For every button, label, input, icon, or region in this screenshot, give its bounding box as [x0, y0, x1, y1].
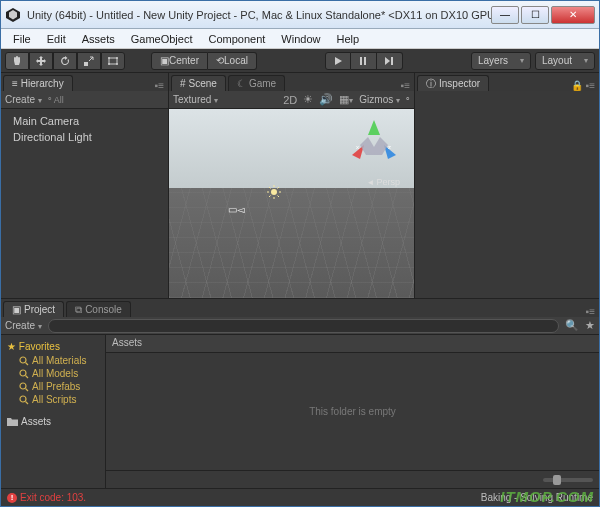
project-breadcrumb[interactable]: Assets [106, 335, 599, 353]
hierarchy-filter[interactable]: ᵒ All [48, 95, 64, 105]
rotate-tool[interactable] [53, 52, 77, 70]
project-search-input[interactable] [48, 319, 559, 333]
favorites-folder[interactable]: ★ Favorites [5, 339, 101, 354]
svg-text:x: x [356, 144, 359, 150]
project-create-dropdown[interactable]: Create ▾ [5, 320, 42, 331]
rect-tool[interactable] [101, 52, 125, 70]
scene-search-icon[interactable]: ᵒ [406, 95, 410, 105]
assets-folder[interactable]: Assets [5, 414, 101, 429]
inspector-lock-icon[interactable]: 🔒 ▪≡ [571, 80, 595, 91]
orientation-gizmo[interactable]: x z [344, 117, 404, 177]
svg-marker-11 [385, 57, 390, 65]
project-empty-label: This folder is empty [106, 353, 599, 470]
hierarchy-menu-icon[interactable]: ▪≡ [155, 80, 164, 91]
move-tool[interactable] [29, 52, 53, 70]
watermark: ITMOP.COM [500, 488, 594, 505]
svg-point-5 [116, 57, 118, 59]
scene-gizmos-dropdown[interactable]: Gizmos ▾ [359, 94, 400, 105]
svg-rect-9 [360, 57, 362, 65]
svg-marker-8 [335, 57, 342, 65]
project-fav-icon[interactable]: ★ [585, 319, 595, 332]
window-title: Unity (64bit) - Untitled - New Unity Pro… [27, 9, 491, 21]
menu-file[interactable]: File [5, 33, 39, 45]
persp-label[interactable]: Persp [367, 177, 400, 187]
layout-dropdown[interactable]: Layout▾ [535, 52, 595, 70]
svg-line-21 [278, 187, 280, 189]
svg-line-20 [269, 195, 271, 197]
menu-help[interactable]: Help [328, 33, 367, 45]
svg-line-19 [278, 195, 280, 197]
console-tab[interactable]: ⧉ Console [66, 301, 131, 317]
scale-tool[interactable] [77, 52, 101, 70]
svg-rect-3 [109, 58, 117, 64]
sun-icon [267, 185, 281, 199]
fav-item[interactable]: All Models [5, 367, 101, 380]
titlebar: Unity (64bit) - Untitled - New Unity Pro… [1, 1, 599, 29]
svg-line-35 [26, 401, 29, 404]
svg-line-33 [26, 388, 29, 391]
scene-shaded-dropdown[interactable]: Textured ▾ [173, 94, 218, 105]
scene-light-icon[interactable]: ☀ [303, 93, 313, 106]
scene-2d-toggle[interactable]: 2D [283, 94, 297, 106]
hierarchy-tab[interactable]: ≡ Hierarchy [3, 75, 73, 91]
svg-marker-25 [360, 137, 388, 155]
close-button[interactable]: ✕ [551, 6, 595, 24]
project-zoom-slider[interactable] [543, 478, 593, 482]
minimize-button[interactable]: — [491, 6, 519, 24]
scene-menu-icon[interactable]: ▪≡ [401, 80, 410, 91]
project-tab[interactable]: ▣ Project [3, 301, 64, 317]
svg-point-28 [20, 357, 26, 363]
svg-point-6 [108, 63, 110, 65]
scene-fx-icon[interactable]: ▦▾ [339, 93, 353, 106]
svg-point-30 [20, 370, 26, 376]
menu-gameobject[interactable]: GameObject [123, 33, 201, 45]
svg-point-13 [271, 189, 277, 195]
status-error[interactable]: !Exit code: 103. [7, 492, 86, 503]
step-button[interactable] [377, 52, 403, 70]
svg-rect-12 [391, 57, 393, 65]
menubar: File Edit Assets GameObject Component Wi… [1, 29, 599, 49]
project-tree: ★ Favorites All Materials All Models All… [1, 335, 106, 488]
pivot-center-button[interactable]: ▣ Center [151, 52, 208, 70]
svg-line-18 [269, 187, 271, 189]
svg-point-34 [20, 396, 26, 402]
svg-marker-22 [368, 120, 380, 135]
scene-tab[interactable]: # Scene [171, 75, 226, 91]
svg-rect-2 [84, 62, 88, 66]
camera-icon: ▭◅ [228, 204, 245, 215]
svg-line-29 [26, 362, 29, 365]
menu-edit[interactable]: Edit [39, 33, 74, 45]
svg-point-7 [116, 63, 118, 65]
project-filter-icon[interactable]: 🔍 [565, 319, 579, 332]
fav-item[interactable]: All Prefabs [5, 380, 101, 393]
menu-assets[interactable]: Assets [74, 33, 123, 45]
maximize-button[interactable]: ☐ [521, 6, 549, 24]
svg-rect-10 [364, 57, 366, 65]
fav-item[interactable]: All Materials [5, 354, 101, 367]
svg-point-4 [108, 57, 110, 59]
pivot-local-button[interactable]: ⟲ Local [208, 52, 257, 70]
project-menu-icon[interactable]: ▪≡ [586, 306, 595, 317]
fav-item[interactable]: All Scripts [5, 393, 101, 406]
svg-text:z: z [388, 144, 391, 150]
scene-view[interactable]: ▭◅ x z Persp [169, 109, 414, 298]
svg-line-31 [26, 375, 29, 378]
scene-audio-icon[interactable]: 🔊 [319, 93, 333, 106]
svg-point-32 [20, 383, 26, 389]
hierarchy-item[interactable]: Directional Light [9, 129, 160, 145]
menu-component[interactable]: Component [200, 33, 273, 45]
inspector-body [415, 91, 599, 99]
menu-window[interactable]: Window [273, 33, 328, 45]
unity-icon [5, 7, 21, 23]
toolbar: ▣ Center ⟲ Local Layers▾ Layout▾ [1, 49, 599, 73]
pause-button[interactable] [351, 52, 377, 70]
hand-tool[interactable] [5, 52, 29, 70]
hierarchy-create-dropdown[interactable]: Create ▾ [5, 94, 42, 105]
layers-dropdown[interactable]: Layers▾ [471, 52, 531, 70]
inspector-tab[interactable]: ⓘ Inspector [417, 75, 489, 91]
hierarchy-item[interactable]: Main Camera [9, 113, 160, 129]
game-tab[interactable]: ☾ Game [228, 75, 285, 91]
error-icon: ! [7, 493, 17, 503]
play-button[interactable] [325, 52, 351, 70]
